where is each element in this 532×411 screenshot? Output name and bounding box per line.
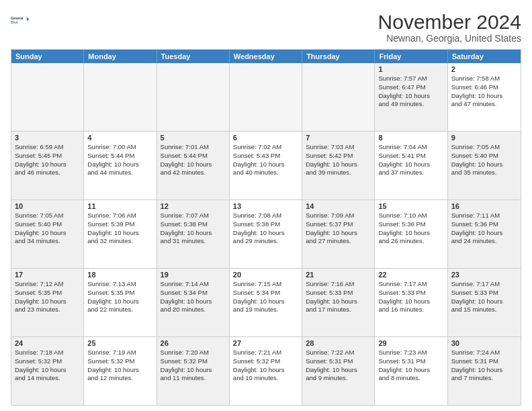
- day-info: Sunrise: 6:59 AM Sunset: 5:45 PM Dayligh…: [15, 143, 80, 177]
- day-number: 27: [233, 339, 298, 347]
- day-info: Sunrise: 7:00 AM Sunset: 5:44 PM Dayligh…: [87, 143, 152, 177]
- day-number: 25: [87, 339, 152, 347]
- day-info: Sunrise: 7:05 AM Sunset: 5:40 PM Dayligh…: [15, 212, 80, 246]
- day-number: 10: [15, 202, 80, 210]
- day-info: Sunrise: 7:23 AM Sunset: 5:31 PM Dayligh…: [378, 349, 443, 383]
- day-number: 18: [87, 271, 152, 279]
- logo-icon: GeneralBlue: [11, 11, 30, 30]
- calendar-cell: 5Sunrise: 7:01 AM Sunset: 5:44 PM Daylig…: [157, 132, 230, 199]
- page: GeneralBlue November 2024 Newnan, Georgi…: [0, 0, 532, 411]
- day-number: 20: [233, 271, 298, 279]
- calendar-cell: 8Sunrise: 7:04 AM Sunset: 5:41 PM Daylig…: [375, 132, 447, 199]
- title-block: November 2024 Newnan, Georgia, United St…: [378, 11, 521, 44]
- calendar-cell: 16Sunrise: 7:11 AM Sunset: 5:36 PM Dayli…: [448, 200, 521, 268]
- cal-header-cell: Tuesday: [157, 50, 230, 63]
- calendar-row: 10Sunrise: 7:05 AM Sunset: 5:40 PM Dayli…: [11, 200, 521, 269]
- day-number: 12: [161, 202, 226, 210]
- day-number: 28: [306, 339, 371, 347]
- calendar-cell: 29Sunrise: 7:23 AM Sunset: 5:31 PM Dayli…: [375, 337, 447, 405]
- calendar-row: 1Sunrise: 7:57 AM Sunset: 6:47 PM Daylig…: [11, 63, 521, 132]
- day-number: 14: [306, 202, 371, 210]
- day-info: Sunrise: 7:17 AM Sunset: 5:33 PM Dayligh…: [378, 280, 443, 314]
- cal-header-cell: Monday: [84, 50, 157, 63]
- calendar-cell: [230, 63, 302, 131]
- day-number: 21: [306, 271, 371, 279]
- cal-header-cell: Saturday: [448, 50, 521, 63]
- day-info: Sunrise: 7:09 AM Sunset: 5:37 PM Dayligh…: [306, 212, 371, 246]
- calendar-cell: 15Sunrise: 7:10 AM Sunset: 5:36 PM Dayli…: [375, 200, 447, 268]
- day-number: 30: [451, 339, 517, 347]
- day-info: Sunrise: 7:57 AM Sunset: 6:47 PM Dayligh…: [378, 75, 443, 109]
- calendar-cell: 18Sunrise: 7:13 AM Sunset: 5:35 PM Dayli…: [84, 269, 157, 336]
- calendar-body: 1Sunrise: 7:57 AM Sunset: 6:47 PM Daylig…: [11, 63, 521, 405]
- day-info: Sunrise: 7:21 AM Sunset: 5:32 PM Dayligh…: [233, 349, 298, 383]
- calendar-cell: 13Sunrise: 7:08 AM Sunset: 5:38 PM Dayli…: [230, 200, 302, 268]
- day-info: Sunrise: 7:04 AM Sunset: 5:41 PM Dayligh…: [378, 143, 443, 177]
- calendar-cell: [84, 63, 157, 131]
- cal-header-cell: Wednesday: [230, 50, 302, 63]
- day-number: 16: [451, 202, 517, 210]
- day-number: 17: [15, 271, 80, 279]
- day-number: 23: [451, 271, 517, 279]
- calendar-row: 3Sunrise: 6:59 AM Sunset: 5:45 PM Daylig…: [11, 132, 521, 200]
- day-number: 22: [378, 271, 443, 279]
- day-number: 26: [161, 339, 226, 347]
- calendar-cell: 6Sunrise: 7:02 AM Sunset: 5:43 PM Daylig…: [230, 132, 302, 199]
- svg-text:Blue: Blue: [11, 21, 18, 24]
- calendar-cell: [157, 63, 230, 131]
- calendar-cell: 26Sunrise: 7:20 AM Sunset: 5:32 PM Dayli…: [157, 337, 230, 405]
- day-info: Sunrise: 7:05 AM Sunset: 5:40 PM Dayligh…: [451, 143, 517, 177]
- day-info: Sunrise: 7:03 AM Sunset: 5:42 PM Dayligh…: [306, 143, 371, 177]
- day-number: 19: [161, 271, 226, 279]
- calendar-row: 17Sunrise: 7:12 AM Sunset: 5:35 PM Dayli…: [11, 269, 521, 337]
- calendar-cell: 23Sunrise: 7:17 AM Sunset: 5:33 PM Dayli…: [448, 269, 521, 336]
- header: GeneralBlue November 2024 Newnan, Georgi…: [11, 11, 521, 44]
- svg-text:General: General: [11, 17, 24, 20]
- day-info: Sunrise: 7:06 AM Sunset: 5:39 PM Dayligh…: [87, 212, 152, 246]
- calendar-cell: 7Sunrise: 7:03 AM Sunset: 5:42 PM Daylig…: [302, 132, 375, 199]
- calendar-cell: 28Sunrise: 7:22 AM Sunset: 5:31 PM Dayli…: [302, 337, 375, 405]
- cal-header-cell: Friday: [375, 50, 447, 63]
- calendar-cell: 11Sunrise: 7:06 AM Sunset: 5:39 PM Dayli…: [84, 200, 157, 268]
- day-info: Sunrise: 7:08 AM Sunset: 5:38 PM Dayligh…: [233, 212, 298, 246]
- svg-marker-2: [27, 17, 30, 21]
- day-info: Sunrise: 7:15 AM Sunset: 5:34 PM Dayligh…: [233, 280, 298, 314]
- calendar-cell: [11, 63, 84, 131]
- calendar-cell: 4Sunrise: 7:00 AM Sunset: 5:44 PM Daylig…: [84, 132, 157, 199]
- day-info: Sunrise: 7:11 AM Sunset: 5:36 PM Dayligh…: [451, 212, 517, 246]
- cal-header-cell: Sunday: [11, 50, 84, 63]
- day-info: Sunrise: 7:16 AM Sunset: 5:33 PM Dayligh…: [306, 280, 371, 314]
- day-number: 13: [233, 202, 298, 210]
- calendar-cell: 12Sunrise: 7:07 AM Sunset: 5:38 PM Dayli…: [157, 200, 230, 268]
- day-number: 9: [451, 134, 517, 142]
- calendar-cell: 1Sunrise: 7:57 AM Sunset: 6:47 PM Daylig…: [375, 63, 447, 131]
- calendar-cell: 24Sunrise: 7:18 AM Sunset: 5:32 PM Dayli…: [11, 337, 84, 405]
- day-info: Sunrise: 7:07 AM Sunset: 5:38 PM Dayligh…: [161, 212, 226, 246]
- day-number: 11: [87, 202, 152, 210]
- calendar-row: 24Sunrise: 7:18 AM Sunset: 5:32 PM Dayli…: [11, 337, 521, 405]
- day-number: 2: [451, 65, 517, 73]
- calendar-cell: 20Sunrise: 7:15 AM Sunset: 5:34 PM Dayli…: [230, 269, 302, 336]
- calendar-cell: 10Sunrise: 7:05 AM Sunset: 5:40 PM Dayli…: [11, 200, 84, 268]
- calendar-cell: 22Sunrise: 7:17 AM Sunset: 5:33 PM Dayli…: [375, 269, 447, 336]
- calendar-cell: 3Sunrise: 6:59 AM Sunset: 5:45 PM Daylig…: [11, 132, 84, 199]
- day-info: Sunrise: 7:58 AM Sunset: 6:46 PM Dayligh…: [451, 75, 517, 109]
- day-info: Sunrise: 7:19 AM Sunset: 5:32 PM Dayligh…: [87, 349, 152, 383]
- calendar-cell: 2Sunrise: 7:58 AM Sunset: 6:46 PM Daylig…: [448, 63, 521, 131]
- month-title: November 2024: [378, 11, 521, 33]
- calendar-cell: [302, 63, 375, 131]
- day-info: Sunrise: 7:12 AM Sunset: 5:35 PM Dayligh…: [15, 280, 80, 314]
- calendar-cell: 19Sunrise: 7:14 AM Sunset: 5:34 PM Dayli…: [157, 269, 230, 336]
- calendar-header: SundayMondayTuesdayWednesdayThursdayFrid…: [11, 50, 521, 63]
- day-number: 6: [233, 134, 298, 142]
- day-info: Sunrise: 7:02 AM Sunset: 5:43 PM Dayligh…: [233, 143, 298, 177]
- day-number: 24: [15, 339, 80, 347]
- calendar-cell: 17Sunrise: 7:12 AM Sunset: 5:35 PM Dayli…: [11, 269, 84, 336]
- calendar-cell: 14Sunrise: 7:09 AM Sunset: 5:37 PM Dayli…: [302, 200, 375, 268]
- day-info: Sunrise: 7:18 AM Sunset: 5:32 PM Dayligh…: [15, 349, 80, 383]
- calendar-cell: 9Sunrise: 7:05 AM Sunset: 5:40 PM Daylig…: [448, 132, 521, 199]
- day-number: 8: [378, 134, 443, 142]
- day-info: Sunrise: 7:14 AM Sunset: 5:34 PM Dayligh…: [161, 280, 226, 314]
- day-number: 5: [161, 134, 226, 142]
- calendar-cell: 27Sunrise: 7:21 AM Sunset: 5:32 PM Dayli…: [230, 337, 302, 405]
